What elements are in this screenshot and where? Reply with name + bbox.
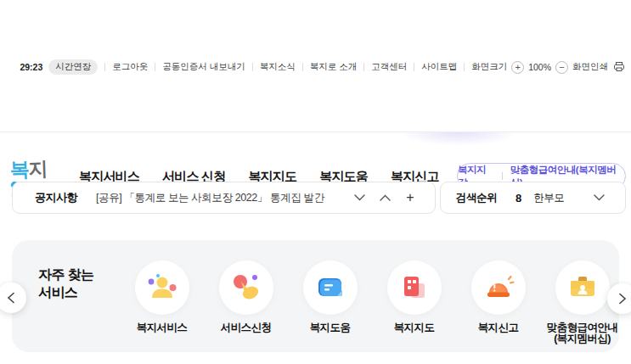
search-rank-keyword[interactable]: 한부모 [533, 191, 564, 205]
zoom-level: 100% [528, 62, 551, 72]
sitemap-link[interactable]: 사이트맵 [421, 61, 457, 73]
print-link[interactable]: 화면인쇄 [572, 61, 608, 73]
utility-bar: 29:23 시간연장 로그아웃 공동인증서 내보내기 복지소식 복지로 소개 고… [20, 59, 624, 75]
notice-text[interactable]: [공유] 「통계로 보는 사회보장 2022」 통계집 발간 [96, 191, 324, 205]
logout-link[interactable]: 로그아웃 [112, 61, 148, 73]
divider [252, 63, 253, 71]
bokjiro-homepage: 29:23 시간연장 로그아웃 공동인증서 내보내기 복지소식 복지로 소개 고… [0, 0, 631, 364]
zoom-in-button[interactable]: + [511, 61, 524, 74]
divider [104, 63, 105, 71]
plus-icon[interactable]: + [404, 192, 416, 204]
siren-icon [471, 260, 526, 315]
hand-click-icon [219, 260, 273, 315]
screen-size-label: 화면크기 [471, 61, 507, 73]
search-rank-number: 8 [516, 192, 521, 204]
building-icon [387, 260, 442, 315]
extend-time-button[interactable]: 시간연장 [48, 59, 98, 75]
chat-bubble-icon [303, 260, 358, 315]
session-timer: 29:23 [20, 62, 42, 72]
service-welfare-help[interactable]: 복지도움 [288, 260, 372, 344]
frequent-services-panel: 자주 찾는 서비스 복지서비스 [12, 240, 619, 352]
chevron-down-icon[interactable] [593, 192, 605, 204]
service-welfare-map[interactable]: 복지지도 [372, 260, 456, 344]
service-label-two-line: 맞춤형급여안내(복지멤버십) [547, 322, 617, 344]
zoom-out-button[interactable]: − [555, 61, 568, 74]
customer-center-link[interactable]: 고객센터 [371, 61, 407, 73]
notice-bar[interactable]: 공지사항 [공유] 「통계로 보는 사회보장 2022」 통계집 발간 + [12, 182, 436, 214]
divider [155, 63, 155, 71]
chevron-down-icon[interactable] [353, 192, 365, 204]
welfare-news-link[interactable]: 복지소식 [260, 61, 296, 73]
divider [363, 63, 364, 71]
printer-icon[interactable] [614, 62, 624, 73]
service-welfare-services[interactable]: 복지서비스 [120, 260, 204, 344]
search-rank-bar[interactable]: 검색순위 8 한부모 [440, 182, 626, 214]
chevron-up-icon[interactable] [379, 192, 391, 204]
membership-card-icon [555, 260, 610, 315]
export-certificate-link[interactable]: 공동인증서 내보내기 [162, 61, 245, 73]
person-icon [135, 260, 189, 315]
service-shortcuts: 복지서비스 서비스신청 [120, 260, 624, 344]
main-nav: 복지로 복지서비스 서비스 신청 복지지도 복지도움 복지신고 복지지갑 맞춤형… [0, 78, 631, 132]
carousel-next-button[interactable] [607, 283, 631, 314]
about-bokjiro-link[interactable]: 복지로 소개 [310, 61, 357, 73]
divider [302, 63, 303, 71]
frequent-services-title: 자주 찾는 서비스 [38, 266, 93, 301]
divider [414, 63, 414, 71]
divider [464, 63, 465, 71]
nav-bottom-border [0, 132, 631, 132]
nav-glow-effect [399, 132, 518, 146]
divider [502, 172, 503, 180]
service-welfare-report[interactable]: 복지신고 [456, 260, 540, 344]
search-rank-label: 검색순위 [456, 191, 497, 205]
notice-label: 공지사항 [35, 190, 77, 205]
service-apply[interactable]: 서비스신청 [204, 260, 288, 344]
